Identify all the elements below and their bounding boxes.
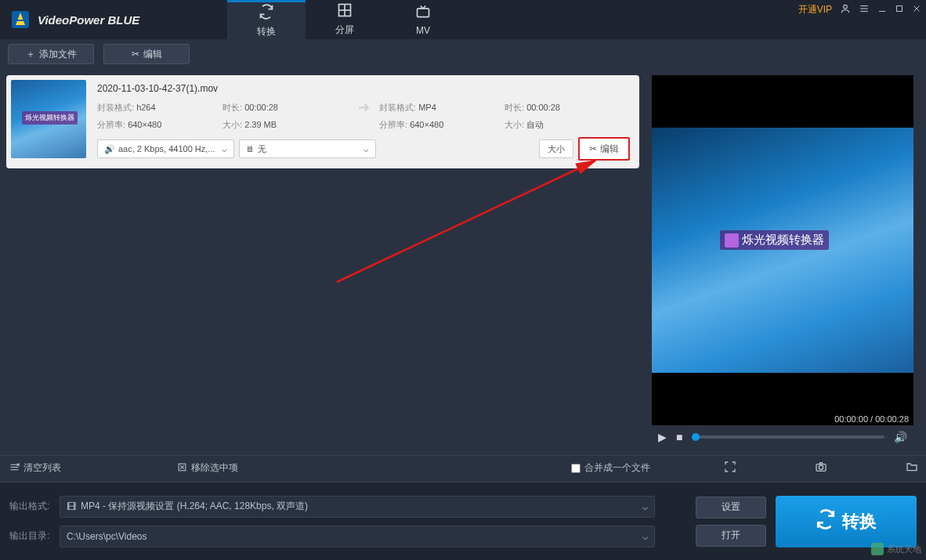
res-label: 分辨率:	[379, 120, 407, 129]
main-area: 烁光视频转换器 2020-11-03-10-42-37(1).mov 封装格式:…	[0, 69, 926, 455]
file-item[interactable]: 烁光视频转换器 2020-11-03-10-42-37(1).mov 封装格式:…	[6, 75, 639, 168]
codec-label: 封装格式:	[379, 103, 416, 112]
button-label: 编辑	[143, 48, 162, 61]
open-button[interactable]: 打开	[696, 525, 766, 547]
edit-label: 编辑	[600, 143, 619, 156]
scissors-icon: ✂	[589, 143, 597, 154]
chevron-down-icon: ⌵	[364, 144, 369, 154]
preview-panel: 烁光视频转换器 00:00:00 / 00:00:28 ▶ ■ 🔊	[646, 69, 920, 455]
merge-label: 合并成一个文件	[584, 461, 650, 475]
merge-check-input[interactable]	[571, 464, 581, 473]
file-thumbnail[interactable]: 烁光视频转换器	[11, 80, 86, 158]
player-controls: ▶ ■ 🔊	[652, 425, 913, 449]
audio-dropdown[interactable]: 🔊 aac, 2 Kbps, 44100 Hz,... ⌵	[97, 139, 234, 158]
clear-label: 清空列表	[24, 461, 61, 475]
dst-codec: MP4	[418, 103, 436, 112]
remove-icon	[177, 462, 187, 475]
preview-frame: 烁光视频转换器	[652, 128, 913, 373]
size-label: 大小:	[505, 120, 524, 129]
src-res: 640×480	[128, 120, 161, 129]
chevron-down-icon: ⌵	[642, 531, 648, 542]
speaker-icon: 🔊	[104, 144, 115, 154]
src-duration: 00:00:28	[244, 103, 278, 112]
file-name: 2020-11-03-10-42-37(1).mov	[97, 83, 630, 94]
nav-tabs: 转换 分屏 MV	[227, 0, 462, 39]
add-file-button[interactable]: ＋ 添加文件	[8, 44, 94, 64]
output-settings: 输出格式: 🎞MP4 - 保持源视频设置 (H.264; AAC, 128Kbp…	[9, 492, 686, 551]
audio-value: aac, 2 Kbps, 44100 Hz,...	[115, 144, 222, 154]
tab-label: MV	[416, 25, 430, 36]
volume-icon[interactable]: 🔊	[894, 431, 907, 443]
res-label: 分辨率:	[97, 120, 125, 129]
dir-value: C:\Users\pc\Videos	[67, 531, 147, 542]
format-label: 输出格式:	[9, 500, 53, 513]
dst-size: 自动	[526, 120, 544, 129]
size-label: 大小:	[222, 120, 242, 129]
format-select[interactable]: 🎞MP4 - 保持源视频设置 (H.264; AAC, 128Kbps, 双声道…	[60, 496, 655, 518]
stop-icon[interactable]: ■	[676, 431, 682, 443]
progress-bar[interactable]	[692, 435, 884, 439]
user-icon[interactable]	[840, 3, 851, 16]
subtitle-value: 无	[255, 143, 364, 155]
remove-selected-button[interactable]: 移除选中项	[177, 461, 238, 475]
tv-icon	[415, 4, 431, 23]
tab-split[interactable]: 分屏	[306, 0, 384, 39]
edit-button[interactable]: ✂ 编辑	[103, 44, 190, 64]
size-button[interactable]: 大小	[539, 139, 573, 158]
format-value: MP4 - 保持源视频设置 (H.264; AAC, 128Kbps, 双声道)	[81, 500, 308, 513]
close-icon[interactable]	[912, 4, 921, 16]
camera-icon[interactable]	[815, 461, 827, 475]
meta-grid: 封装格式: h264 时长: 00:00:28 ➔ 封装格式: MP4 时长: …	[97, 99, 630, 131]
toolbar: ＋ 添加文件 ✂ 编辑	[0, 39, 926, 69]
chevron-down-icon: ⌵	[642, 501, 648, 512]
codec-label: 封装格式:	[97, 103, 134, 112]
play-icon[interactable]: ▶	[658, 431, 667, 443]
time-display: 00:00:00 / 00:00:28	[834, 414, 909, 424]
app-title: VideoPower BLUE	[38, 13, 139, 27]
tab-label: 分屏	[335, 23, 354, 37]
svg-rect-4	[418, 8, 429, 16]
subtitle-dropdown[interactable]: 🗎 无 ⌵	[239, 139, 376, 158]
settings-button[interactable]: 设置	[696, 497, 766, 518]
bottom-buttons: 设置 打开	[696, 492, 766, 551]
titlebar-right: 开通VIP	[798, 3, 921, 16]
maximize-icon[interactable]	[895, 4, 904, 16]
tab-convert[interactable]: 转换	[227, 0, 306, 39]
minimize-icon[interactable]	[877, 4, 887, 16]
merge-checkbox[interactable]: 合并成一个文件	[571, 461, 650, 475]
plus-icon: ＋	[26, 48, 35, 61]
convert-button[interactable]: 转换	[776, 496, 917, 547]
menu-icon[interactable]	[859, 3, 870, 16]
svg-point-22	[819, 465, 823, 469]
duration-label: 时长:	[505, 103, 524, 112]
watermark: 系统天地	[871, 543, 921, 555]
refresh-icon	[259, 4, 274, 23]
clear-list-button[interactable]: 清空列表	[9, 461, 61, 475]
preview-badge: 烁光视频转换器	[720, 230, 829, 250]
preview-tools	[724, 455, 918, 480]
file-list: 烁光视频转换器 2020-11-03-10-42-37(1).mov 封装格式:…	[0, 69, 646, 455]
svg-rect-10	[897, 6, 902, 12]
bottom-panel: 输出格式: 🎞MP4 - 保持源视频设置 (H.264; AAC, 128Kbp…	[0, 482, 926, 560]
dst-duration: 00:00:28	[526, 103, 560, 112]
dir-row: 输出目录: C:\Users\pc\Videos ⌵	[9, 526, 686, 547]
subtitle-icon: 🗎	[246, 144, 255, 154]
titlebar: VideoPower BLUE 转换 分屏 MV 开通VIP	[0, 0, 926, 39]
tab-mv[interactable]: MV	[384, 0, 462, 39]
app-logo	[9, 9, 31, 31]
vip-link[interactable]: 开通VIP	[798, 3, 832, 16]
dir-select[interactable]: C:\Users\pc\Videos ⌵	[60, 526, 655, 547]
progress-thumb[interactable]	[692, 433, 700, 441]
fullscreen-icon[interactable]	[724, 461, 736, 475]
format-row: 输出格式: 🎞MP4 - 保持源视频设置 (H.264; AAC, 128Kbp…	[9, 496, 686, 518]
duration-label: 时长:	[222, 103, 242, 112]
arrow-icon: ➔	[348, 99, 379, 116]
clear-icon	[9, 462, 20, 475]
preview-video[interactable]: 烁光视频转换器 00:00:00 / 00:00:28	[652, 75, 913, 425]
folder-icon[interactable]	[906, 461, 918, 475]
button-label: 添加文件	[39, 48, 77, 61]
file-details: 2020-11-03-10-42-37(1).mov 封装格式: h264 时长…	[92, 80, 635, 164]
edit-item-button[interactable]: ✂ 编辑	[578, 137, 630, 161]
grid-icon	[337, 2, 353, 22]
dst-res: 640×480	[410, 120, 443, 129]
